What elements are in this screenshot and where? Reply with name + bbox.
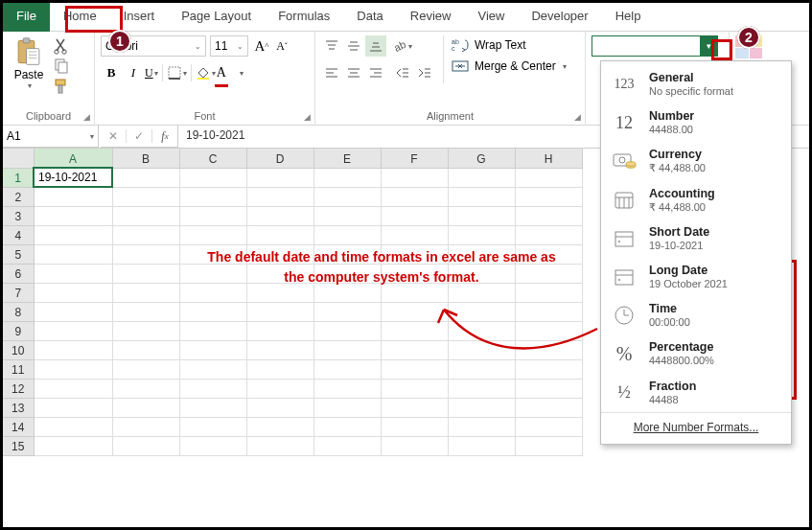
- number-format-combo[interactable]: ▾: [592, 35, 718, 57]
- paste-button[interactable]: Paste ▾: [9, 35, 49, 92]
- cell[interactable]: [246, 225, 313, 244]
- cell[interactable]: [179, 225, 246, 244]
- row-header[interactable]: 8: [3, 302, 34, 321]
- cell[interactable]: [381, 340, 448, 359]
- row-header[interactable]: 10: [3, 340, 34, 359]
- cell[interactable]: [112, 340, 179, 359]
- col-header-E[interactable]: E: [313, 149, 381, 168]
- cell[interactable]: [112, 302, 179, 321]
- align-right-button[interactable]: [365, 62, 386, 83]
- align-center-button[interactable]: [343, 62, 364, 83]
- cell[interactable]: [381, 379, 448, 398]
- cell[interactable]: [179, 321, 246, 340]
- cell[interactable]: [246, 168, 313, 187]
- cell[interactable]: [515, 359, 582, 379]
- cell[interactable]: [381, 187, 448, 206]
- cell[interactable]: [112, 264, 179, 283]
- row-header[interactable]: 13: [3, 398, 34, 417]
- cell[interactable]: [112, 379, 179, 398]
- cut-icon[interactable]: [53, 37, 70, 55]
- col-header-D[interactable]: D: [246, 149, 313, 168]
- merge-center-button[interactable]: Merge & Center ▾: [452, 58, 567, 74]
- more-number-formats[interactable]: More Number Formats...: [601, 412, 791, 440]
- cell[interactable]: [246, 206, 313, 225]
- tab-data[interactable]: Data: [343, 3, 396, 32]
- cell[interactable]: [448, 398, 515, 417]
- cell[interactable]: [179, 417, 246, 436]
- cell[interactable]: [179, 168, 246, 187]
- format-item-percentage[interactable]: % Percentage4448800.00%: [601, 334, 791, 373]
- cell[interactable]: [246, 417, 313, 436]
- decrease-indent-button[interactable]: [392, 62, 413, 83]
- fill-color-button[interactable]: ▾: [196, 62, 216, 83]
- cell[interactable]: [515, 302, 582, 321]
- cell[interactable]: [381, 417, 448, 436]
- cell[interactable]: [112, 244, 179, 264]
- cell[interactable]: [112, 321, 179, 340]
- cell[interactable]: [112, 283, 179, 302]
- cell[interactable]: [34, 225, 112, 244]
- cell[interactable]: [246, 302, 313, 321]
- tab-review[interactable]: Review: [397, 3, 465, 32]
- row-header[interactable]: 4: [3, 225, 34, 244]
- col-header-B[interactable]: B: [112, 149, 179, 168]
- cell[interactable]: [313, 302, 381, 321]
- select-all-corner[interactable]: [3, 149, 34, 168]
- cell[interactable]: [448, 436, 515, 455]
- cell[interactable]: [112, 168, 179, 187]
- cell[interactable]: [112, 417, 179, 436]
- cell[interactable]: [246, 379, 313, 398]
- cell[interactable]: [313, 340, 381, 359]
- row-header[interactable]: 6: [3, 264, 34, 283]
- cell[interactable]: [381, 359, 448, 379]
- cell[interactable]: [34, 359, 112, 379]
- format-item-number[interactable]: 12 Number44488.00: [601, 104, 791, 142]
- cell-A1[interactable]: 19-10-2021: [34, 168, 112, 187]
- cell[interactable]: [112, 398, 179, 417]
- copy-icon[interactable]: [53, 58, 70, 75]
- cell[interactable]: [515, 206, 582, 225]
- cell[interactable]: [246, 398, 313, 417]
- clipboard-launcher[interactable]: ◢: [83, 112, 90, 122]
- row-header[interactable]: 15: [3, 436, 34, 455]
- cell[interactable]: [112, 206, 179, 225]
- border-button[interactable]: ▾: [167, 62, 187, 83]
- row-header[interactable]: 11: [3, 359, 34, 379]
- cell[interactable]: [179, 359, 246, 379]
- shrink-font-button[interactable]: Aˇ: [272, 35, 291, 57]
- cell[interactable]: [448, 302, 515, 321]
- cell[interactable]: [381, 225, 448, 244]
- tab-view[interactable]: View: [464, 3, 518, 32]
- cell[interactable]: [515, 436, 582, 455]
- cell[interactable]: [112, 187, 179, 206]
- cell[interactable]: [246, 321, 313, 340]
- col-header-A[interactable]: A: [34, 149, 112, 168]
- cell[interactable]: [34, 302, 112, 321]
- cell[interactable]: [313, 398, 381, 417]
- cell[interactable]: [515, 340, 582, 359]
- cancel-edit-button[interactable]: ✕: [101, 126, 126, 147]
- col-header-H[interactable]: H: [515, 149, 582, 168]
- align-bottom-button[interactable]: [365, 35, 386, 57]
- row-header[interactable]: 12: [3, 379, 34, 398]
- format-item-general[interactable]: 123 GeneralNo specific format: [601, 65, 791, 104]
- cell[interactable]: [448, 359, 515, 379]
- cell[interactable]: [448, 206, 515, 225]
- row-header[interactable]: 2: [3, 187, 34, 206]
- align-top-button[interactable]: [321, 35, 342, 57]
- accept-edit-button[interactable]: ✓: [127, 126, 151, 147]
- cell[interactable]: [34, 417, 112, 436]
- cell[interactable]: [34, 436, 112, 455]
- cell[interactable]: [246, 340, 313, 359]
- cell[interactable]: [179, 340, 246, 359]
- cell[interactable]: [179, 206, 246, 225]
- cell[interactable]: [34, 340, 112, 359]
- cell[interactable]: [448, 187, 515, 206]
- cell[interactable]: [448, 168, 515, 187]
- cell[interactable]: [448, 379, 515, 398]
- format-item-currency[interactable]: Currency₹ 44,488.00: [601, 142, 791, 180]
- wrap-text-button[interactable]: abc Wrap Text: [452, 37, 567, 53]
- cell[interactable]: [34, 398, 112, 417]
- underline-button[interactable]: U▾: [145, 62, 158, 83]
- italic-button[interactable]: I: [123, 62, 144, 83]
